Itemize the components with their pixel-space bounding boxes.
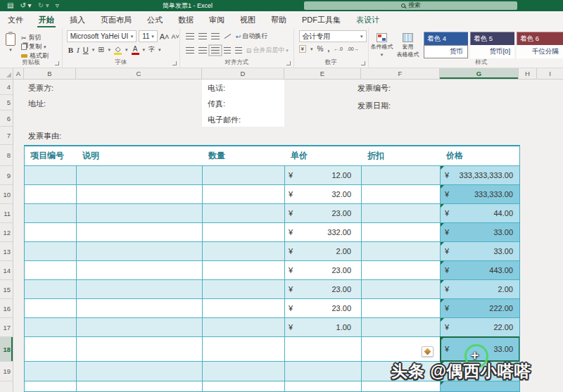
row-header-9[interactable]: 9	[0, 166, 13, 185]
cell-e20[interactable]	[285, 381, 362, 392]
cell-b15[interactable]	[25, 280, 77, 298]
cell-d15[interactable]	[203, 280, 285, 298]
cell-f13[interactable]	[362, 242, 441, 260]
font-dialog-launcher[interactable]	[172, 61, 177, 65]
align-center-icon[interactable]	[198, 47, 207, 53]
tab-page-layout[interactable]: 页面布局	[93, 11, 139, 28]
cell-g15[interactable]: ¥ 2.00	[441, 280, 519, 298]
accounting-format-button[interactable]: ¥	[299, 45, 306, 53]
style-currency0[interactable]: 货币[0]	[470, 45, 514, 58]
cell-f15[interactable]	[362, 280, 441, 298]
cell-b19[interactable]	[25, 362, 77, 381]
save-icon[interactable]: ▤	[7, 0, 13, 11]
cell-f14[interactable]	[362, 261, 441, 279]
phonetic-button[interactable]: 字	[148, 45, 155, 54]
cell-d19[interactable]	[203, 362, 285, 381]
cell-b9[interactable]	[25, 166, 77, 184]
cell-c12[interactable]	[77, 223, 203, 241]
column-header-f[interactable]: F	[361, 68, 440, 79]
format-as-table-button[interactable]: 套用 表格格式	[395, 30, 421, 68]
cell-b18[interactable]	[25, 337, 77, 361]
merge-center-button[interactable]: ⊟ 合并后居中 ▾	[246, 46, 289, 55]
column-header-a[interactable]: A	[13, 68, 24, 79]
row-header-5[interactable]: 5	[0, 95, 13, 110]
row-header-15[interactable]: 15	[0, 280, 13, 299]
column-header-b[interactable]: B	[24, 68, 76, 79]
header-price[interactable]: 价格	[441, 146, 519, 165]
cell-c20[interactable]	[77, 381, 203, 392]
italic-button[interactable]: I	[77, 46, 80, 54]
alignment-dialog-launcher[interactable]	[286, 61, 291, 65]
style-accent5[interactable]: 着色 5	[470, 32, 514, 45]
align-bottom-icon[interactable]	[211, 33, 220, 39]
tab-view[interactable]: 视图	[232, 11, 263, 28]
number-format-select[interactable]: 会计专用 ▾	[299, 30, 367, 42]
style-accent6[interactable]: 着色 6	[517, 32, 563, 45]
cell-b14[interactable]	[25, 261, 77, 279]
cell-c14[interactable]	[77, 261, 203, 279]
style-accent4[interactable]: 着色 4	[424, 32, 468, 45]
column-header-e[interactable]: E	[284, 68, 361, 79]
cell-f16[interactable]	[362, 299, 441, 317]
cell-f10[interactable]	[362, 185, 441, 203]
decrease-indent-icon[interactable]	[224, 47, 231, 53]
cell-d20[interactable]	[203, 381, 285, 392]
cell-f11[interactable]	[362, 204, 441, 222]
column-header-h[interactable]: H	[519, 68, 537, 79]
cell-b11[interactable]	[25, 204, 77, 222]
cell-g12[interactable]: ¥ 33.00	[441, 223, 519, 241]
font-size-select[interactable]: 11 ▾	[139, 30, 158, 42]
cell-e19[interactable]	[285, 362, 362, 381]
row-header-8[interactable]: 8	[0, 145, 13, 166]
conditional-formatting-button[interactable]: 条件格式 ▾	[369, 30, 395, 68]
cell-e14[interactable]: ¥ 23.00	[285, 261, 362, 279]
cell-f12[interactable]	[362, 223, 441, 241]
cell-c18[interactable]	[77, 337, 203, 361]
cell-e16[interactable]: ¥ 23.00	[285, 299, 362, 317]
tab-insert[interactable]: 插入	[62, 11, 93, 28]
cell-g20[interactable]	[441, 381, 519, 392]
cell-c16[interactable]	[77, 299, 203, 317]
cell-g13[interactable]: ¥ 33.00	[441, 242, 519, 260]
cell-g16[interactable]: ¥ 222.00	[441, 299, 519, 317]
cell-b16[interactable]	[25, 299, 77, 317]
tab-table-design[interactable]: 表设计	[348, 11, 387, 28]
undo-icon[interactable]: ↺ ▾	[20, 0, 31, 11]
shrink-font-button[interactable]: A˅	[172, 33, 179, 40]
cell-g17[interactable]: ¥ 22.00	[441, 318, 519, 336]
tab-help[interactable]: 帮助	[263, 11, 294, 28]
cell-d13[interactable]	[203, 242, 285, 260]
decrease-decimal-button[interactable]: .00→	[347, 46, 359, 51]
header-item-no[interactable]: 项目编号	[25, 146, 77, 165]
clipboard-dialog-launcher[interactable]	[55, 61, 59, 65]
cell-e10[interactable]: ¥ 32.00	[285, 185, 362, 203]
row-header-17[interactable]: 17	[0, 318, 13, 337]
cell-d16[interactable]	[203, 299, 285, 317]
tab-formulas[interactable]: 公式	[139, 11, 170, 28]
tab-data[interactable]: 数据	[170, 11, 201, 28]
column-header-i[interactable]: I	[537, 68, 563, 79]
cell-b20[interactable]	[25, 381, 77, 392]
row-header-10[interactable]: 10	[0, 185, 13, 204]
underline-button[interactable]: U	[83, 46, 89, 54]
align-top-icon[interactable]	[186, 33, 194, 39]
row-header-18[interactable]: 18	[0, 337, 13, 362]
align-middle-icon[interactable]	[198, 33, 207, 39]
cell-e11[interactable]: ¥ 23.00	[285, 204, 362, 222]
number-dialog-launcher[interactable]	[361, 61, 365, 65]
tab-review[interactable]: 审阅	[201, 11, 232, 28]
row-header-19[interactable]: 19	[0, 362, 13, 381]
row-header-6[interactable]: 6	[0, 110, 13, 127]
row-header-4[interactable]: 4	[0, 80, 13, 95]
cell-d14[interactable]	[203, 261, 285, 279]
cell-d11[interactable]	[203, 204, 285, 222]
cell-c10[interactable]	[77, 185, 203, 203]
cell-b17[interactable]	[25, 318, 77, 336]
cell-c19[interactable]	[77, 362, 203, 381]
cell-e9[interactable]: ¥ 12.00	[285, 166, 362, 184]
cell-e15[interactable]: ¥ 23.00	[285, 280, 362, 298]
orientation-icon[interactable]	[224, 32, 232, 40]
row-header-12[interactable]: 12	[0, 223, 13, 242]
tab-pdf-tools[interactable]: PDF工具集	[294, 11, 348, 28]
header-description[interactable]: 说明	[77, 146, 203, 165]
